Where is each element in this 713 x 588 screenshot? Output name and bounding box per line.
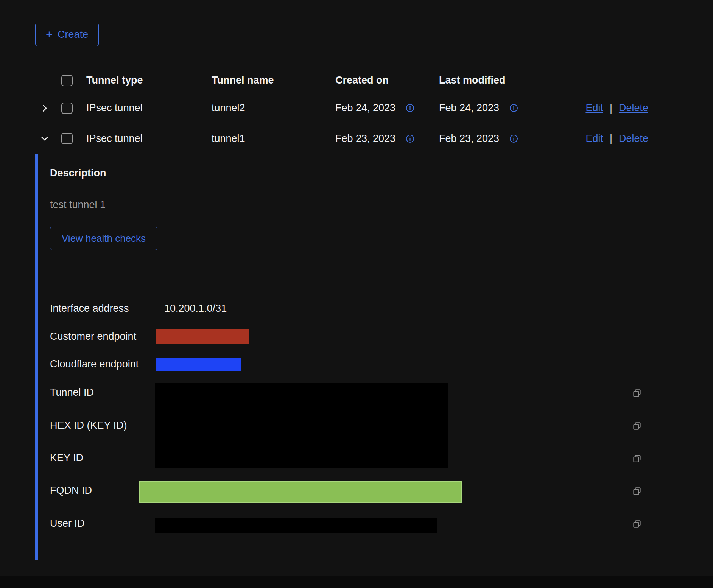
table-row-tunnel1: IPsec tunnel tunnel1 Feb 23, 2023 Feb 23… <box>35 123 660 154</box>
header-tunnel-name: Tunnel name <box>212 75 335 86</box>
customer-endpoint-redacted-value <box>156 329 249 344</box>
last-modified-value: Feb 24, 2023 <box>439 102 499 114</box>
copy-icon <box>632 486 642 496</box>
chevron-right-icon <box>40 104 49 113</box>
created-on-info-button[interactable] <box>405 103 415 113</box>
info-icon <box>405 103 415 113</box>
create-button[interactable]: + Create <box>35 23 99 46</box>
chevron-down-icon <box>40 134 49 143</box>
customer-endpoint-label: Customer endpoint <box>50 331 136 342</box>
last-modified-cell: Feb 24, 2023 <box>439 102 585 114</box>
last-modified-cell: Feb 23, 2023 <box>439 133 585 145</box>
interface-address-label: Interface address <box>50 303 129 314</box>
tunnel-id-label: Tunnel ID <box>50 387 94 398</box>
checkbox-cell <box>58 133 86 144</box>
info-icon <box>509 134 518 143</box>
row-actions: Edit | Delete <box>585 102 660 114</box>
fqdn-id-redacted-value <box>139 481 462 503</box>
created-on-value: Feb 23, 2023 <box>335 133 395 145</box>
last-modified-info-button[interactable] <box>509 103 518 113</box>
hex-id-label: HEX ID (KEY ID) <box>50 420 127 431</box>
delete-link[interactable]: Delete <box>619 102 648 114</box>
info-icon <box>405 134 415 143</box>
tunnels-table: Tunnel type Tunnel name Created on Last … <box>35 68 660 154</box>
tunnel-type-cell: IPsec tunnel <box>86 102 212 114</box>
copy-key-id-button[interactable] <box>632 453 642 464</box>
tunnel-name-cell: tunnel2 <box>212 102 335 114</box>
ids-redacted-value <box>155 383 448 468</box>
copy-icon <box>632 519 642 529</box>
expand-cell <box>35 134 58 143</box>
copy-fqdn-id-button[interactable] <box>632 486 642 496</box>
checkbox-cell <box>58 103 86 114</box>
interface-address-value: 10.200.1.0/31 <box>164 303 227 314</box>
last-modified-value: Feb 23, 2023 <box>439 133 499 145</box>
created-on-cell: Feb 24, 2023 <box>335 102 439 114</box>
user-id-redacted-value <box>155 518 437 533</box>
expand-row-button[interactable] <box>40 104 49 113</box>
row-checkbox[interactable] <box>61 133 73 144</box>
copy-hex-id-button[interactable] <box>632 421 642 431</box>
tunnel-detail-panel: Description test tunnel 1 View health ch… <box>35 154 660 560</box>
copy-user-id-button[interactable] <box>632 519 642 529</box>
collapse-row-button[interactable] <box>40 134 49 143</box>
table-row-tunnel2: IPsec tunnel tunnel2 Feb 24, 2023 Feb 24… <box>35 93 660 123</box>
edit-link[interactable]: Edit <box>585 133 603 145</box>
header-last-modified: Last modified <box>439 75 660 86</box>
info-icon <box>509 103 518 113</box>
link-separator: | <box>610 133 612 145</box>
expand-cell <box>35 104 58 113</box>
view-health-checks-button[interactable]: View health checks <box>50 227 157 250</box>
edit-link[interactable]: Edit <box>585 102 603 114</box>
delete-link[interactable]: Delete <box>619 133 648 145</box>
copy-icon <box>632 388 642 398</box>
copy-icon <box>632 453 642 464</box>
detail-accent-bar <box>35 154 38 560</box>
link-separator: | <box>610 102 612 114</box>
created-on-value: Feb 24, 2023 <box>335 102 395 114</box>
cloudflare-endpoint-redacted-value <box>156 358 241 371</box>
bottom-strip <box>0 576 713 588</box>
description-label: Description <box>50 167 106 179</box>
key-id-label: KEY ID <box>50 452 83 464</box>
plus-icon: + <box>46 29 53 40</box>
description-value: test tunnel 1 <box>50 199 106 211</box>
table-header-row: Tunnel type Tunnel name Created on Last … <box>35 68 660 93</box>
tunnel-type-cell: IPsec tunnel <box>86 133 212 145</box>
row-actions: Edit | Delete <box>585 133 660 145</box>
tunnel-name-cell: tunnel1 <box>212 133 335 145</box>
header-created-on: Created on <box>335 75 439 86</box>
copy-tunnel-id-button[interactable] <box>632 388 642 398</box>
user-id-label: User ID <box>50 518 85 529</box>
copy-icon <box>632 421 642 431</box>
detail-divider <box>50 275 646 275</box>
created-on-info-button[interactable] <box>405 134 415 143</box>
last-modified-info-button[interactable] <box>509 134 518 143</box>
header-checkbox-cell <box>58 75 86 86</box>
row-checkbox[interactable] <box>61 103 73 114</box>
cloudflare-endpoint-label: Cloudflare endpoint <box>50 358 139 370</box>
create-button-label: Create <box>58 29 88 40</box>
header-tunnel-type: Tunnel type <box>86 75 212 86</box>
select-all-checkbox[interactable] <box>61 75 73 86</box>
fqdn-id-label: FQDN ID <box>50 485 92 496</box>
created-on-cell: Feb 23, 2023 <box>335 133 439 145</box>
